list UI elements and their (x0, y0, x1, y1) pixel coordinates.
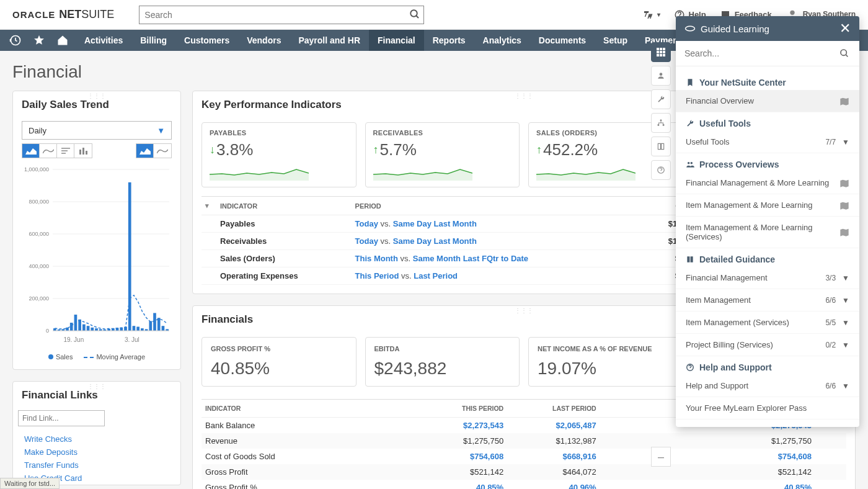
close-icon[interactable]: ✕ (839, 20, 851, 37)
cell-indicator: Bank Balance (202, 418, 418, 434)
guided-item-mylearn-pass[interactable]: Your Free MyLearn Explorer Pass (676, 397, 859, 419)
logo[interactable]: ORACLE NETSUITE (12, 8, 114, 21)
svg-text:1,000,000: 1,000,000 (24, 166, 49, 173)
svg-text:800,000: 800,000 (29, 199, 49, 205)
search-icon[interactable] (409, 9, 420, 20)
financial-metric-card[interactable]: EBITDA$243,882 (365, 337, 520, 387)
metric-value: 19.07% (538, 359, 674, 379)
kpi-card-value: ↑5.7% (373, 140, 512, 159)
nav-item-financial[interactable]: Financial (369, 30, 424, 51)
rail-user-icon[interactable] (651, 66, 671, 86)
guided-title: Guided Learning (701, 24, 769, 34)
chart-mode-line[interactable] (40, 144, 57, 158)
rail-wrench-icon[interactable] (651, 89, 671, 109)
chart-range-b[interactable] (154, 144, 171, 158)
chart-range-a[interactable] (136, 144, 154, 158)
fin-link[interactable]: Transfer Funds (13, 459, 180, 472)
nav-item-activities[interactable]: Activities (76, 30, 131, 51)
fin-link[interactable]: Write Checks (13, 433, 180, 446)
svg-rect-32 (91, 328, 94, 331)
financial-metric-card[interactable]: GROSS PROFIT %40.85% (202, 337, 356, 387)
kpi-card[interactable]: RECEIVABLES ↑5.7% (365, 122, 520, 187)
nav-item-vendors[interactable]: Vendors (238, 30, 290, 51)
guided-process-list: Financial Management & More LearningItem… (676, 172, 859, 248)
nav-star-icon[interactable] (29, 30, 50, 51)
fin-link[interactable]: Make Deposits (13, 446, 180, 459)
guided-item-useful-tools[interactable]: Useful Tools 7/7▼ (676, 131, 859, 153)
rail-org-icon[interactable] (651, 113, 671, 133)
nav-item-billing[interactable]: Billing (131, 30, 175, 51)
nav-item-documents[interactable]: Documents (530, 30, 595, 51)
collapse-icon[interactable]: ▾ (205, 202, 209, 209)
svg-rect-54 (657, 48, 659, 50)
nav-recent-icon[interactable] (5, 30, 26, 51)
rail-apps-icon[interactable] (651, 42, 671, 62)
cell-last-period: $668,916 (507, 449, 600, 464)
guided-item-help-support[interactable]: Help and Support 6/6▼ (676, 375, 859, 397)
svg-rect-30 (82, 325, 86, 331)
kpi-card[interactable]: PAYABLES ↓3.8% (202, 122, 356, 187)
cell-extra (815, 480, 846, 489)
financials-table-row[interactable]: Gross Profit $521,142 $464,072 $521,142 (202, 464, 846, 480)
drag-handle-icon[interactable]: ⋮⋮⋮ (87, 92, 106, 99)
guided-item-financial-overview[interactable]: Financial Overview (676, 90, 859, 112)
guided-item[interactable]: Project Billing (Services)0/2▼ (676, 334, 859, 356)
kpi-card-value: ↓3.8% (210, 140, 348, 159)
guided-item[interactable]: Item Management & More Learning (Service… (676, 217, 859, 248)
nav-home-icon[interactable] (52, 30, 73, 51)
guided-item[interactable]: Financial Management3/3▼ (676, 267, 859, 289)
guided-item[interactable]: Item Management6/6▼ (676, 289, 859, 312)
chart-mode-list[interactable] (57, 144, 74, 158)
drag-handle-icon[interactable]: ⋮⋮⋮ (515, 307, 533, 314)
chart-mode-toggle-left (22, 143, 92, 158)
chevron-down-icon: ▼ (842, 296, 849, 305)
nav-item-payroll-and-hr[interactable]: Payroll and HR (290, 30, 369, 51)
global-search-input[interactable] (139, 6, 424, 24)
guided-item[interactable]: Item Management & More Learning (676, 194, 859, 217)
cell-period: This Month vs. Same Month Last FQtr to D… (352, 250, 637, 267)
svg-rect-8 (79, 150, 81, 155)
financial-metric-card[interactable]: NET INCOME AS A % OF REVENUE19.07% (528, 337, 683, 387)
nav-item-reports[interactable]: Reports (424, 30, 474, 51)
chart-mode-bar[interactable] (74, 144, 92, 158)
search-icon[interactable] (839, 48, 849, 58)
nav-item-analytics[interactable]: Analytics (474, 30, 530, 51)
svg-point-71 (688, 162, 690, 164)
svg-rect-49 (162, 326, 165, 331)
cell-period: Today vs. Same Day Last Month (352, 233, 637, 250)
chart-mode-area[interactable] (22, 144, 40, 158)
drag-handle-icon[interactable]: ⋮⋮⋮ (87, 383, 106, 390)
th-period: PERIOD (352, 197, 637, 215)
legend-moving-avg: Moving Average (96, 353, 145, 361)
find-link-input[interactable] (18, 410, 105, 426)
guided-search-input[interactable] (684, 46, 851, 61)
chevron-down-icon: ▼ (842, 341, 849, 349)
rail-book-icon[interactable] (651, 137, 671, 156)
financial-links-list: Write ChecksMake DepositsTransfer FundsU… (13, 433, 180, 485)
metric-title: EBITDA (374, 345, 511, 352)
book-icon (686, 255, 694, 264)
financials-table-row[interactable]: Gross Profit % 40.85% 40.96% 40.85% (202, 480, 846, 489)
drag-handle-icon[interactable]: ⋮⋮⋮ (515, 92, 533, 99)
chart-mode-toggle-right (136, 143, 172, 158)
cell-indicator: Cost of Goods Sold (202, 449, 418, 464)
arrow-icon: ↓ (210, 143, 215, 156)
svg-text:200,000: 200,000 (29, 295, 49, 302)
financials-table-row[interactable]: Revenue $1,275,750 $1,132,987 $1,275,750 (202, 433, 846, 449)
kpi-card-title: RECEIVABLES (373, 129, 512, 137)
cell-period: Today vs. Same Day Last Month (352, 215, 637, 233)
svg-rect-59 (663, 51, 665, 53)
cell-last-period: $2,065,487 (507, 418, 600, 434)
financials-table-row[interactable]: Cost of Goods Sold $754,608 $668,916 $75… (202, 449, 846, 464)
chevron-down-icon: ▼ (842, 382, 849, 390)
nav-item-customers[interactable]: Customers (175, 30, 238, 51)
rail-help-icon[interactable] (651, 160, 671, 180)
guided-item[interactable]: Financial Management & More Learning (676, 172, 859, 194)
metric-title: NET INCOME AS A % OF REVENUE (538, 345, 674, 352)
nav-item-setup[interactable]: Setup (595, 30, 636, 51)
period-select[interactable]: Daily ▼ (22, 121, 172, 140)
wrench-icon (686, 119, 694, 128)
guided-item[interactable]: Item Management (Services)5/5▼ (676, 312, 859, 334)
rail-collapse-button[interactable]: – (651, 447, 671, 467)
language-switcher[interactable]: ▾ (642, 9, 660, 20)
